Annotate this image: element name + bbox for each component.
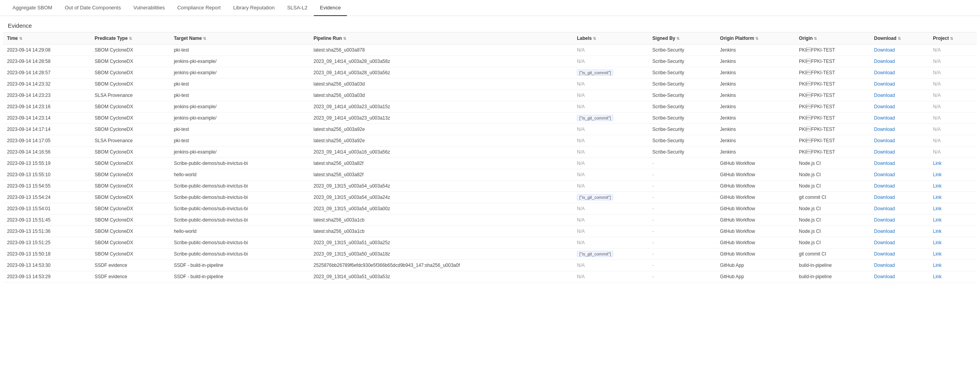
download-link[interactable]: Download: [874, 93, 895, 98]
cell-download[interactable]: Download: [870, 56, 929, 67]
col-header-target-name[interactable]: Target Name ⇅: [170, 32, 309, 45]
download-link[interactable]: Download: [874, 47, 895, 53]
download-link[interactable]: Download: [874, 81, 895, 87]
cell-download[interactable]: Download: [870, 147, 929, 158]
cell-signed-by: -: [649, 192, 716, 203]
tab-slsa-l2[interactable]: SLSA-L2: [281, 0, 314, 16]
download-link[interactable]: Download: [874, 206, 895, 211]
cell-download[interactable]: Download: [870, 79, 929, 90]
download-link[interactable]: Download: [874, 70, 895, 75]
cell-predicate-type: SBOM CycloneDX: [91, 113, 170, 124]
project-link[interactable]: Link: [933, 229, 941, 234]
tab-aggregate-sbom[interactable]: Aggregate SBOM: [6, 0, 59, 16]
download-link[interactable]: Download: [874, 217, 895, 223]
download-link[interactable]: Download: [874, 274, 895, 279]
col-header-signed-by[interactable]: Signed By ⇅: [649, 32, 716, 45]
cell-download[interactable]: Download: [870, 113, 929, 124]
download-link[interactable]: Download: [874, 183, 895, 189]
col-header-predicate-type[interactable]: Predicate Type ⇅: [91, 32, 170, 45]
cell-labels: N/A: [573, 158, 648, 169]
download-link[interactable]: Download: [874, 240, 895, 245]
tab-vulnerabilities[interactable]: Vulnerabilities: [127, 0, 171, 16]
col-header-labels[interactable]: Labels ⇅: [573, 32, 648, 45]
cell-origin: build-in-pipeline: [795, 271, 870, 282]
download-link[interactable]: Download: [874, 149, 895, 155]
cell-project[interactable]: Link: [929, 237, 977, 248]
col-header-origin[interactable]: Origin ⇅: [795, 32, 870, 45]
cell-download[interactable]: Download: [870, 101, 929, 113]
project-link[interactable]: Link: [933, 172, 941, 177]
cell-download[interactable]: Download: [870, 237, 929, 248]
cell-project: N/A: [929, 67, 977, 79]
cell-project[interactable]: Link: [929, 260, 977, 271]
cell-project[interactable]: Link: [929, 181, 977, 192]
label-badge: ["is_git_commit"]: [577, 194, 613, 200]
cell-download[interactable]: Download: [870, 181, 929, 192]
project-link[interactable]: Link: [933, 251, 941, 257]
cell-download[interactable]: Download: [870, 214, 929, 226]
cell-download[interactable]: Download: [870, 260, 929, 271]
cell-download[interactable]: Download: [870, 158, 929, 169]
download-link[interactable]: Download: [874, 263, 895, 268]
project-link[interactable]: Link: [933, 240, 941, 245]
download-link[interactable]: Download: [874, 251, 895, 257]
download-link[interactable]: Download: [874, 115, 895, 121]
project-link[interactable]: Link: [933, 195, 941, 200]
cell-origin-platform: GitHub Workflow: [716, 248, 795, 260]
download-link[interactable]: Download: [874, 59, 895, 64]
cell-project[interactable]: Link: [929, 271, 977, 282]
cell-pipeline-run: latest:sha256_u003a1cb: [309, 226, 573, 237]
cell-project[interactable]: Link: [929, 214, 977, 226]
cell-time: 2023-09-13 15:51:45: [3, 214, 91, 226]
col-header-download[interactable]: Download ⇅: [870, 32, 929, 45]
download-link[interactable]: Download: [874, 127, 895, 132]
project-link[interactable]: Link: [933, 263, 941, 268]
col-header-project[interactable]: Project ⇅: [929, 32, 977, 45]
cell-origin: Node.js CI: [795, 203, 870, 214]
cell-download[interactable]: Download: [870, 203, 929, 214]
cell-download[interactable]: Download: [870, 45, 929, 56]
tab-evidence[interactable]: Evidence: [314, 0, 347, 16]
project-link[interactable]: Link: [933, 206, 941, 211]
cell-download[interactable]: Download: [870, 226, 929, 237]
cell-project[interactable]: Link: [929, 203, 977, 214]
download-link[interactable]: Download: [874, 229, 895, 234]
project-link[interactable]: Link: [933, 161, 941, 166]
cell-download[interactable]: Download: [870, 67, 929, 79]
col-header-time[interactable]: Time ⇅: [3, 32, 91, 45]
download-link[interactable]: Download: [874, 172, 895, 177]
evidence-table-container[interactable]: Time ⇅Predicate Type ⇅Target Name ⇅Pipel…: [3, 32, 977, 282]
download-link[interactable]: Download: [874, 195, 895, 200]
download-link[interactable]: Download: [874, 138, 895, 143]
cell-project[interactable]: Link: [929, 192, 977, 203]
cell-pipeline-run: 2023_09_14t14_u003a28_u003a56z: [309, 67, 573, 79]
cell-download[interactable]: Download: [870, 169, 929, 181]
cell-project[interactable]: Link: [929, 248, 977, 260]
table-row: 2023-09-13 15:51:45SBOM CycloneDXScribe-…: [3, 214, 977, 226]
project-link[interactable]: Link: [933, 274, 941, 279]
project-link[interactable]: Link: [933, 217, 941, 223]
cell-project[interactable]: Link: [929, 158, 977, 169]
cell-download[interactable]: Download: [870, 271, 929, 282]
cell-download[interactable]: Download: [870, 124, 929, 135]
cell-time: 2023-09-14 14:17:14: [3, 124, 91, 135]
cell-download[interactable]: Download: [870, 135, 929, 147]
tab-out-of-date[interactable]: Out of Date Components: [59, 0, 127, 16]
cell-time: 2023-09-14 14:28:58: [3, 56, 91, 67]
cell-download[interactable]: Download: [870, 90, 929, 101]
cell-download[interactable]: Download: [870, 248, 929, 260]
col-header-pipeline-run[interactable]: Pipeline Run ⇅: [309, 32, 573, 45]
tab-compliance-report[interactable]: Compliance Report: [171, 0, 227, 16]
cell-origin-platform: Jenkins: [716, 135, 795, 147]
cell-pipeline-run: 2023_09_14t14_u003a28_u003a58z: [309, 56, 573, 67]
cell-project[interactable]: Link: [929, 169, 977, 181]
col-header-origin-platform[interactable]: Origin Platform ⇅: [716, 32, 795, 45]
download-link[interactable]: Download: [874, 104, 895, 109]
project-link[interactable]: Link: [933, 183, 941, 189]
tab-library-reputation[interactable]: Library Reputation: [227, 0, 281, 16]
sort-icon-predicate-type: ⇅: [129, 36, 132, 41]
cell-predicate-type: SSDF evidence: [91, 271, 170, 282]
cell-project[interactable]: Link: [929, 226, 977, 237]
download-link[interactable]: Download: [874, 161, 895, 166]
cell-download[interactable]: Download: [870, 192, 929, 203]
